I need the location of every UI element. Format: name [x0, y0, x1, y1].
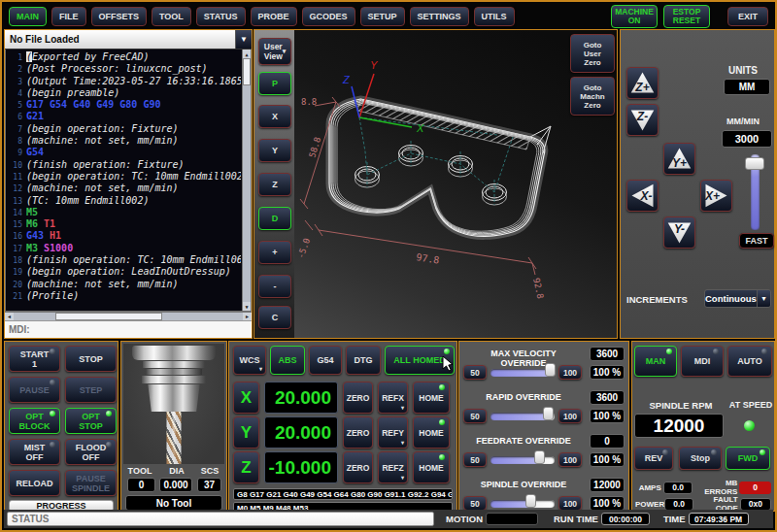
scrollbar-thumb[interactable]: [55, 313, 162, 320]
run-start-1-button[interactable]: START 1: [9, 346, 60, 372]
menu-tab-gcodes[interactable]: GCODES: [302, 7, 355, 26]
override-slider-knob[interactable]: [534, 450, 545, 464]
view-button-view-x[interactable]: X: [258, 105, 291, 128]
gcode-horizontal-scrollbar[interactable]: ◄ ►: [5, 312, 252, 320]
view-button-view-z[interactable]: Z: [258, 173, 291, 196]
scroll-left-icon[interactable]: ◄: [5, 313, 14, 320]
dro-g54-button[interactable]: G54: [309, 346, 342, 375]
override-slider-knob[interactable]: [545, 363, 556, 377]
run-flood-off-button[interactable]: FLOOD OFF: [65, 439, 117, 465]
menu-machine-on-button[interactable]: MACHINE ON: [611, 5, 658, 28]
jog-zplus-button[interactable]: Z+: [626, 67, 659, 99]
override-min-button[interactable]: 50: [463, 365, 487, 380]
view-button-user-view[interactable]: User View▾: [258, 38, 291, 65]
view-button-zoom-in[interactable]: +: [258, 241, 291, 264]
override-min-button[interactable]: 50: [463, 409, 487, 423]
toolpath-preview[interactable]: X Y Z 8.8 58.8 -5.0 97.8 92.8: [254, 30, 618, 338]
override-max-button[interactable]: 100: [558, 409, 582, 423]
meter-row: AMPS0.0MB ERRORS0: [635, 479, 771, 496]
view-button-clear[interactable]: C: [258, 306, 291, 329]
menu-tab-utils[interactable]: UTILS: [474, 7, 515, 26]
run-opt-block-button[interactable]: OPT BLOCK: [9, 408, 60, 434]
override-slider[interactable]: [490, 456, 555, 464]
mode-man-button[interactable]: MAN: [634, 346, 677, 377]
menu-estop-reset-button[interactable]: ESTOP RESET: [663, 5, 710, 28]
run-reload-button[interactable]: RELOAD: [9, 470, 60, 496]
gcode-line: 9G54: [8, 147, 241, 158]
override-max-button[interactable]: 100: [558, 365, 582, 380]
view-button-dimensions[interactable]: D: [258, 207, 291, 230]
view-button-view-y[interactable]: Y: [258, 139, 291, 162]
override-min-button[interactable]: 50: [463, 452, 487, 467]
menu-tab-status[interactable]: STATUS: [196, 7, 246, 26]
dro-dtg-button[interactable]: DTG: [346, 346, 381, 375]
spindle-rev-button[interactable]: REV: [634, 447, 673, 470]
dro-abs-button[interactable]: ABS: [270, 346, 305, 375]
home-y-button[interactable]: HOME: [413, 416, 450, 449]
menu-tab-file[interactable]: FILE: [51, 7, 86, 26]
file-selector[interactable]: No File Loaded ▼: [5, 30, 252, 50]
zero-z-button[interactable]: ZERO: [343, 451, 373, 483]
dro-wcs-button[interactable]: WCS▾: [233, 346, 266, 375]
jog-rate-slider-knob[interactable]: [745, 157, 764, 170]
jog-rate-label: MM/MIN: [718, 116, 768, 126]
line-number: 21: [8, 291, 22, 302]
zero-y-button[interactable]: ZERO: [343, 416, 373, 449]
scroll-down-icon[interactable]: ▼: [243, 302, 251, 311]
view-button-perspective[interactable]: P: [258, 72, 291, 95]
scroll-right-icon[interactable]: ►: [243, 313, 252, 320]
chevron-down-icon: ▾: [259, 364, 262, 374]
increments-dropdown[interactable]: Continuous ▼: [704, 289, 771, 308]
mode-auto-button[interactable]: AUTO: [727, 346, 772, 377]
menu-tab-settings[interactable]: SETTINGS: [410, 7, 469, 26]
jog-xplus-button[interactable]: X+: [700, 180, 732, 212]
mode-mdi-button[interactable]: MDI: [681, 346, 724, 377]
menu-tab-tool[interactable]: TOOL: [152, 7, 191, 26]
dro-all-homed-button[interactable]: ALL HOMED: [385, 346, 455, 375]
override-slider[interactable]: [490, 500, 555, 508]
gcode-editor[interactable]: 1(Exported by FreeCAD)2(Post Processor: …: [5, 50, 252, 312]
ref-z-button[interactable]: REFZ▾: [378, 451, 408, 483]
goto-goto-machn-zero-button[interactable]: Goto Machn Zero: [570, 77, 615, 116]
jog-x-button[interactable]: X-: [626, 180, 659, 212]
goto-goto-user-zero-button[interactable]: Goto User Zero: [570, 34, 615, 73]
scrollbar-thumb[interactable]: [243, 58, 251, 85]
home-x-button[interactable]: HOME: [413, 382, 450, 414]
home-z-button[interactable]: HOME: [413, 451, 450, 483]
menu-tab-setup[interactable]: SETUP: [360, 7, 405, 26]
menu-tab-main[interactable]: MAIN: [9, 7, 47, 26]
jog-y-button[interactable]: Y-: [663, 216, 695, 249]
spindle-fwd-button[interactable]: FWD: [726, 447, 770, 470]
spindle-stop-button[interactable]: Stop: [679, 447, 722, 470]
jog-yplus-button[interactable]: Y+: [663, 143, 695, 175]
override-max-button[interactable]: 100: [558, 496, 582, 511]
gcode-line: 7(begin operation: Fixture): [8, 123, 241, 135]
ref-x-button[interactable]: REFX▾: [378, 382, 408, 414]
dim-top: 8.8: [301, 97, 317, 107]
zero-x-button[interactable]: ZERO: [343, 382, 373, 414]
ref-y-button[interactable]: REFY▾: [378, 416, 408, 449]
view-button-zoom-out[interactable]: -: [258, 275, 291, 298]
gcode-vertical-scrollbar[interactable]: ▲ ▼: [242, 50, 251, 311]
scroll-up-icon[interactable]: ▲: [243, 50, 251, 58]
power-display: 0.0: [664, 498, 693, 511]
mdi-input[interactable]: [5, 320, 252, 338]
jog-z-button[interactable]: Z-: [626, 104, 659, 136]
menu-exit-button[interactable]: EXIT: [727, 7, 768, 26]
run-stop-button[interactable]: STOP: [65, 346, 117, 372]
run-pause-spindle-button[interactable]: PAUSE SPINDLE: [65, 470, 117, 496]
override-min-button[interactable]: 50: [463, 496, 487, 511]
run-pause-button[interactable]: PAUSE: [9, 377, 60, 403]
chevron-down-icon[interactable]: ▼: [757, 290, 770, 307]
chevron-down-icon[interactable]: ▼: [235, 30, 252, 49]
override-max-button[interactable]: 100: [558, 452, 582, 467]
run-opt-stop-button[interactable]: OPT STOP: [65, 408, 117, 434]
run-mist-off-button[interactable]: MIST OFF: [9, 439, 60, 465]
fast-button[interactable]: FAST: [739, 233, 774, 249]
status-field[interactable]: [7, 512, 434, 526]
override-slider-knob[interactable]: [525, 494, 536, 508]
run-step-button[interactable]: STEP: [65, 377, 117, 403]
menu-tab-probe[interactable]: PROBE: [251, 7, 297, 26]
menu-tab-offsets[interactable]: OFFSETS: [91, 7, 148, 26]
override-slider-knob[interactable]: [543, 407, 554, 420]
